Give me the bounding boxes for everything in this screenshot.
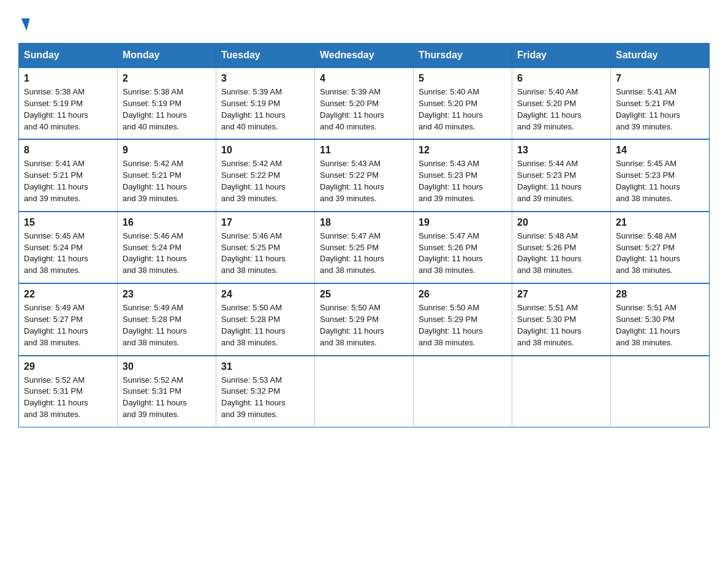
calendar-cell: 14 Sunrise: 5:45 AM Sunset: 5:23 PM Dayl… xyxy=(611,139,710,211)
calendar-cell: 17 Sunrise: 5:46 AM Sunset: 5:25 PM Dayl… xyxy=(216,212,315,283)
calendar-cell: 18 Sunrise: 5:47 AM Sunset: 5:25 PM Dayl… xyxy=(315,212,414,283)
calendar-cell: 25 Sunrise: 5:50 AM Sunset: 5:29 PM Dayl… xyxy=(315,283,414,355)
day-number: 31 xyxy=(221,361,309,372)
day-info: Sunrise: 5:45 AM Sunset: 5:24 PM Dayligh… xyxy=(24,231,112,277)
header-thursday: Thursday xyxy=(414,44,512,68)
calendar-cell: 30 Sunrise: 5:52 AM Sunset: 5:31 PM Dayl… xyxy=(118,356,216,427)
calendar-cell: 31 Sunrise: 5:53 AM Sunset: 5:32 PM Dayl… xyxy=(216,356,315,427)
day-info: Sunrise: 5:44 AM Sunset: 5:23 PM Dayligh… xyxy=(517,158,605,204)
calendar-cell xyxy=(512,356,611,427)
day-number: 20 xyxy=(517,217,605,228)
day-number: 4 xyxy=(320,73,408,84)
day-number: 8 xyxy=(24,145,112,156)
calendar-cell: 4 Sunrise: 5:39 AM Sunset: 5:20 PM Dayli… xyxy=(315,67,414,139)
header-friday: Friday xyxy=(512,44,611,68)
day-info: Sunrise: 5:45 AM Sunset: 5:23 PM Dayligh… xyxy=(616,158,704,204)
header-saturday: Saturday xyxy=(611,44,710,68)
day-info: Sunrise: 5:39 AM Sunset: 5:20 PM Dayligh… xyxy=(320,86,408,132)
day-number: 1 xyxy=(24,73,112,84)
calendar-cell xyxy=(611,356,710,427)
day-info: Sunrise: 5:49 AM Sunset: 5:27 PM Dayligh… xyxy=(24,302,112,348)
day-info: Sunrise: 5:47 AM Sunset: 5:26 PM Dayligh… xyxy=(419,231,507,277)
day-info: Sunrise: 5:38 AM Sunset: 5:19 PM Dayligh… xyxy=(24,86,112,132)
calendar-cell: 28 Sunrise: 5:51 AM Sunset: 5:30 PM Dayl… xyxy=(611,283,710,355)
calendar-cell: 20 Sunrise: 5:48 AM Sunset: 5:26 PM Dayl… xyxy=(512,212,611,283)
day-info: Sunrise: 5:51 AM Sunset: 5:30 PM Dayligh… xyxy=(616,302,704,348)
day-number: 22 xyxy=(24,289,112,300)
calendar-cell: 21 Sunrise: 5:48 AM Sunset: 5:27 PM Dayl… xyxy=(611,212,710,283)
calendar-week-row: 22 Sunrise: 5:49 AM Sunset: 5:27 PM Dayl… xyxy=(19,283,710,355)
calendar-cell: 5 Sunrise: 5:40 AM Sunset: 5:20 PM Dayli… xyxy=(414,67,512,139)
calendar-cell: 16 Sunrise: 5:46 AM Sunset: 5:24 PM Dayl… xyxy=(118,212,216,283)
day-number: 17 xyxy=(221,217,309,228)
day-number: 16 xyxy=(123,217,211,228)
day-number: 30 xyxy=(123,361,211,372)
logo-arrow-icon xyxy=(18,18,29,31)
calendar-cell: 19 Sunrise: 5:47 AM Sunset: 5:26 PM Dayl… xyxy=(414,212,512,283)
calendar-cell: 13 Sunrise: 5:44 AM Sunset: 5:23 PM Dayl… xyxy=(512,139,611,211)
day-number: 12 xyxy=(419,145,507,156)
day-info: Sunrise: 5:40 AM Sunset: 5:20 PM Dayligh… xyxy=(419,86,507,132)
day-info: Sunrise: 5:43 AM Sunset: 5:22 PM Dayligh… xyxy=(320,158,408,204)
day-info: Sunrise: 5:42 AM Sunset: 5:21 PM Dayligh… xyxy=(123,158,211,204)
day-info: Sunrise: 5:39 AM Sunset: 5:19 PM Dayligh… xyxy=(221,86,309,132)
day-info: Sunrise: 5:43 AM Sunset: 5:23 PM Dayligh… xyxy=(419,158,507,204)
calendar-week-row: 1 Sunrise: 5:38 AM Sunset: 5:19 PM Dayli… xyxy=(19,67,710,139)
day-number: 28 xyxy=(616,289,704,300)
day-number: 27 xyxy=(517,289,605,300)
header-monday: Monday xyxy=(118,44,216,68)
calendar-cell: 10 Sunrise: 5:42 AM Sunset: 5:22 PM Dayl… xyxy=(216,139,315,211)
day-number: 10 xyxy=(221,145,309,156)
day-number: 11 xyxy=(320,145,408,156)
header-wednesday: Wednesday xyxy=(315,44,414,68)
day-info: Sunrise: 5:41 AM Sunset: 5:21 PM Dayligh… xyxy=(24,158,112,204)
day-info: Sunrise: 5:48 AM Sunset: 5:26 PM Dayligh… xyxy=(517,231,605,277)
calendar-week-row: 29 Sunrise: 5:52 AM Sunset: 5:31 PM Dayl… xyxy=(19,356,710,427)
calendar-cell: 27 Sunrise: 5:51 AM Sunset: 5:30 PM Dayl… xyxy=(512,283,611,355)
day-number: 18 xyxy=(320,217,408,228)
page-header xyxy=(18,12,710,31)
day-info: Sunrise: 5:48 AM Sunset: 5:27 PM Dayligh… xyxy=(616,231,704,277)
day-number: 24 xyxy=(221,289,309,300)
calendar-cell: 12 Sunrise: 5:43 AM Sunset: 5:23 PM Dayl… xyxy=(414,139,512,211)
day-info: Sunrise: 5:46 AM Sunset: 5:24 PM Dayligh… xyxy=(123,231,211,277)
day-info: Sunrise: 5:38 AM Sunset: 5:19 PM Dayligh… xyxy=(123,86,211,132)
day-info: Sunrise: 5:50 AM Sunset: 5:29 PM Dayligh… xyxy=(419,302,507,348)
calendar-cell: 1 Sunrise: 5:38 AM Sunset: 5:19 PM Dayli… xyxy=(19,67,118,139)
day-info: Sunrise: 5:41 AM Sunset: 5:21 PM Dayligh… xyxy=(616,86,704,132)
day-info: Sunrise: 5:50 AM Sunset: 5:29 PM Dayligh… xyxy=(320,302,408,348)
day-number: 5 xyxy=(419,73,507,84)
calendar-cell: 29 Sunrise: 5:52 AM Sunset: 5:31 PM Dayl… xyxy=(19,356,118,427)
day-info: Sunrise: 5:53 AM Sunset: 5:32 PM Dayligh… xyxy=(221,375,309,421)
day-info: Sunrise: 5:47 AM Sunset: 5:25 PM Dayligh… xyxy=(320,231,408,277)
day-number: 14 xyxy=(616,145,704,156)
day-number: 2 xyxy=(123,73,211,84)
calendar-week-row: 15 Sunrise: 5:45 AM Sunset: 5:24 PM Dayl… xyxy=(19,212,710,283)
header-sunday: Sunday xyxy=(19,44,118,68)
calendar-cell: 6 Sunrise: 5:40 AM Sunset: 5:20 PM Dayli… xyxy=(512,67,611,139)
calendar-cell: 7 Sunrise: 5:41 AM Sunset: 5:21 PM Dayli… xyxy=(611,67,710,139)
calendar-cell: 23 Sunrise: 5:49 AM Sunset: 5:28 PM Dayl… xyxy=(118,283,216,355)
day-info: Sunrise: 5:52 AM Sunset: 5:31 PM Dayligh… xyxy=(24,375,112,421)
calendar-header-row: SundayMondayTuesdayWednesdayThursdayFrid… xyxy=(19,44,710,68)
day-number: 26 xyxy=(419,289,507,300)
calendar-cell: 3 Sunrise: 5:39 AM Sunset: 5:19 PM Dayli… xyxy=(216,67,315,139)
calendar-cell: 2 Sunrise: 5:38 AM Sunset: 5:19 PM Dayli… xyxy=(118,67,216,139)
calendar-cell xyxy=(414,356,512,427)
day-number: 3 xyxy=(221,73,309,84)
calendar-table: SundayMondayTuesdayWednesdayThursdayFrid… xyxy=(18,43,710,427)
day-number: 7 xyxy=(616,73,704,84)
calendar-cell: 24 Sunrise: 5:50 AM Sunset: 5:28 PM Dayl… xyxy=(216,283,315,355)
day-number: 15 xyxy=(24,217,112,228)
day-number: 29 xyxy=(24,361,112,372)
calendar-cell: 9 Sunrise: 5:42 AM Sunset: 5:21 PM Dayli… xyxy=(118,139,216,211)
calendar-cell xyxy=(315,356,414,427)
day-info: Sunrise: 5:52 AM Sunset: 5:31 PM Dayligh… xyxy=(123,375,211,421)
logo xyxy=(18,12,28,31)
day-info: Sunrise: 5:50 AM Sunset: 5:28 PM Dayligh… xyxy=(221,302,309,348)
calendar-week-row: 8 Sunrise: 5:41 AM Sunset: 5:21 PM Dayli… xyxy=(19,139,710,211)
calendar-cell: 22 Sunrise: 5:49 AM Sunset: 5:27 PM Dayl… xyxy=(19,283,118,355)
calendar-cell: 26 Sunrise: 5:50 AM Sunset: 5:29 PM Dayl… xyxy=(414,283,512,355)
day-number: 21 xyxy=(616,217,704,228)
day-info: Sunrise: 5:42 AM Sunset: 5:22 PM Dayligh… xyxy=(221,158,309,204)
